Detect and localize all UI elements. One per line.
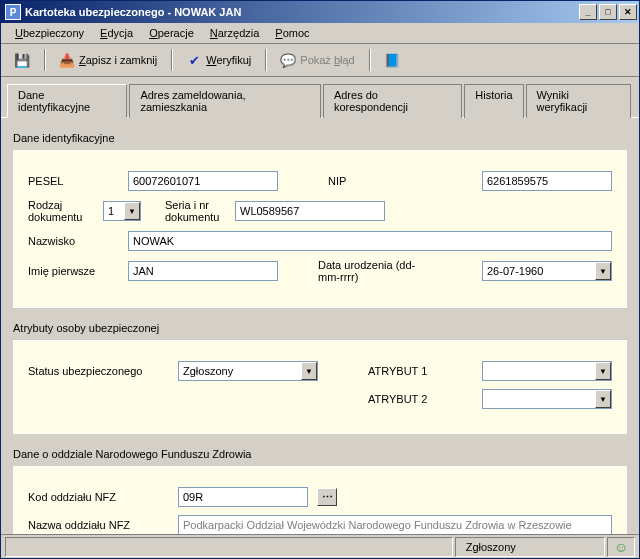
- toolbar: 💾 📥 Zapisz i zamknij ✔ Weryfikuj 💬 Pokaż…: [1, 44, 639, 77]
- book-icon: 📘: [384, 52, 400, 68]
- rodzaj-dok-value: 1: [108, 205, 114, 217]
- status-combo[interactable]: Zgłoszony ▼: [178, 361, 318, 381]
- verify-label: Weryfikuj: [206, 54, 251, 66]
- toolbar-separator: [369, 49, 370, 71]
- nip-label: NIP: [328, 175, 378, 187]
- save-close-button[interactable]: 📥 Zapisz i zamknij: [52, 48, 164, 72]
- nazwisko-label: Nazwisko: [28, 235, 118, 247]
- nazwa-input: [178, 515, 612, 534]
- tab-historia[interactable]: Historia: [464, 84, 523, 118]
- tab-wyniki-weryfikacji[interactable]: Wyniki weryfikacji: [526, 84, 631, 118]
- titlebar: P Kartoteka ubezpieczonego - NOWAK JAN _…: [1, 1, 639, 23]
- toolbar-separator: [265, 49, 266, 71]
- group-oddzial: Kod oddziału NFZ ⋯ Nazwa oddziału NFZ: [13, 466, 627, 534]
- pesel-input[interactable]: [128, 171, 278, 191]
- app-icon: P: [5, 4, 21, 20]
- group-atrybuty: Status ubezpieczonego Zgłoszony ▼ ATRYBU…: [13, 340, 627, 434]
- atrybut2-combo[interactable]: ▼: [482, 389, 612, 409]
- help-icon-button[interactable]: 📘: [377, 48, 407, 72]
- tab-adres-korespondencji[interactable]: Adres do korespondencji: [323, 84, 462, 118]
- kod-label: Kod oddziału NFZ: [28, 491, 168, 503]
- save-close-icon: 📥: [59, 52, 75, 68]
- show-error-button[interactable]: 💬 Pokaż błąd: [273, 48, 361, 72]
- pesel-label: PESEL: [28, 175, 118, 187]
- seria-input[interactable]: [235, 201, 385, 221]
- status-label: Status ubezpieczonego: [28, 365, 168, 377]
- data-ur-input[interactable]: 26-07-1960 ▼: [482, 261, 612, 281]
- close-button[interactable]: ✕: [619, 4, 637, 20]
- seria-label: Seria i nr dokumentu: [165, 199, 225, 223]
- statusbar: Zgłoszony ☺: [1, 534, 639, 558]
- content-area: Dane identyfikacyjne PESEL NIP Rodzaj do…: [1, 118, 639, 534]
- chevron-down-icon[interactable]: ▼: [595, 390, 611, 408]
- menu-narzedzia[interactable]: Narzędzia: [202, 25, 268, 41]
- tab-adres-zameldowania[interactable]: Adres zameldowania, zamieszkania: [129, 84, 321, 118]
- group-dane-id-label: Dane identyfikacyjne: [13, 132, 627, 144]
- nazwisko-input[interactable]: [128, 231, 612, 251]
- rodzaj-dok-label: Rodzaj dokumentu: [28, 199, 93, 223]
- group-dane-id: PESEL NIP Rodzaj dokumentu 1 ▼ Seria i n…: [13, 150, 627, 308]
- atrybut1-combo[interactable]: ▼: [482, 361, 612, 381]
- minimize-button[interactable]: _: [579, 4, 597, 20]
- toolbar-separator: [171, 49, 172, 71]
- status-text: Zgłoszony: [455, 537, 605, 557]
- menu-pomoc[interactable]: Pomoc: [267, 25, 317, 41]
- nazwa-label: Nazwa oddziału NFZ: [28, 519, 168, 531]
- chevron-down-icon[interactable]: ▼: [595, 362, 611, 380]
- maximize-button[interactable]: □: [599, 4, 617, 20]
- menu-operacje[interactable]: Operacje: [141, 25, 202, 41]
- chevron-down-icon[interactable]: ▼: [595, 262, 611, 280]
- toolbar-separator: [44, 49, 45, 71]
- atrybut2-label: ATRYBUT 2: [368, 393, 458, 405]
- chevron-down-icon[interactable]: ▼: [301, 362, 317, 380]
- error-icon: 💬: [280, 52, 296, 68]
- imie-label: Imię pierwsze: [28, 265, 118, 277]
- status-cell-empty: [5, 537, 453, 557]
- data-ur-label: Data urodzenia (dd-mm-rrrr): [318, 259, 418, 283]
- imie-input[interactable]: [128, 261, 278, 281]
- app-window: P Kartoteka ubezpieczonego - NOWAK JAN _…: [0, 0, 640, 559]
- menu-ubezpieczony[interactable]: Ubezpieczony: [7, 25, 92, 41]
- kod-input[interactable]: [178, 487, 308, 507]
- save-close-label: Zapisz i zamknij: [79, 54, 157, 66]
- kod-browse-button[interactable]: ⋯: [317, 488, 337, 506]
- group-oddzial-label: Dane o oddziale Narodowego Funduszu Zdro…: [13, 448, 627, 460]
- chevron-down-icon[interactable]: ▼: [124, 202, 140, 220]
- check-icon: ✔: [186, 52, 202, 68]
- window-title: Kartoteka ubezpieczonego - NOWAK JAN: [25, 6, 579, 18]
- group-atrybuty-label: Atrybuty osoby ubezpieczonej: [13, 322, 627, 334]
- verify-button[interactable]: ✔ Weryfikuj: [179, 48, 258, 72]
- menubar: Ubezpieczony Edycja Operacje Narzędzia P…: [1, 23, 639, 44]
- tab-dane-identyfikacyjne[interactable]: Dane identyfikacyjne: [7, 84, 127, 118]
- nip-input[interactable]: [482, 171, 612, 191]
- floppy-icon: 💾: [14, 52, 30, 68]
- smiley-icon: ☺: [614, 539, 628, 555]
- menu-edycja[interactable]: Edycja: [92, 25, 141, 41]
- save-icon-button[interactable]: 💾: [7, 48, 37, 72]
- atrybut1-label: ATRYBUT 1: [368, 365, 458, 377]
- data-ur-value: 26-07-1960: [487, 265, 543, 277]
- status-value: Zgłoszony: [183, 365, 233, 377]
- status-indicator: ☺: [607, 537, 635, 557]
- show-error-label: Pokaż błąd: [300, 54, 354, 66]
- tabstrip: Dane identyfikacyjne Adres zameldowania,…: [1, 77, 639, 118]
- rodzaj-dok-combo[interactable]: 1 ▼: [103, 201, 141, 221]
